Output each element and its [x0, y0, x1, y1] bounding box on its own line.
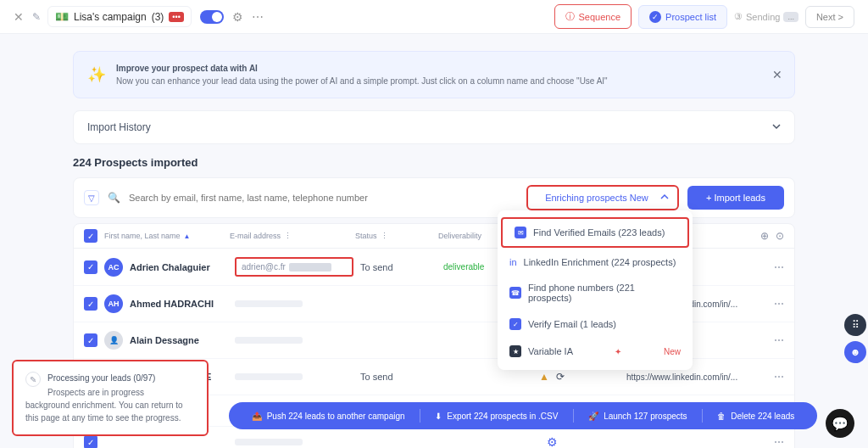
email-cell — [235, 373, 353, 380]
linkedin-link[interactable]: https://www.linkedin.com/in/... — [626, 372, 762, 382]
next-label: Next > — [816, 12, 843, 22]
campaign-name: Lisa's campaign — [74, 11, 147, 23]
row-more-icon[interactable]: ⋯ — [774, 371, 784, 383]
row-icons: ▲⟳ — [526, 371, 577, 383]
search-icon: 🔍 — [108, 192, 120, 204]
close-icon[interactable]: ✕ — [14, 10, 24, 24]
col-name[interactable]: First name, Last name ▲ — [104, 232, 223, 240]
help-fab[interactable]: ☻ — [844, 341, 866, 363]
processing-icon: ✎ — [25, 372, 41, 387]
row-more-icon[interactable]: ⋯ — [774, 298, 784, 310]
col-status[interactable]: Status ⋮ — [355, 232, 431, 240]
select-all-checkbox[interactable]: ✓ — [84, 229, 97, 243]
search-input[interactable] — [129, 193, 518, 203]
dropdown-find-emails[interactable]: ✉ Find Verified Emails (223 leads) — [501, 217, 689, 248]
import-history-accordion[interactable]: Import History — [73, 110, 795, 144]
row-more-icon[interactable]: ⋯ — [774, 334, 784, 346]
dropdown-phone[interactable]: ☎ Find phone numbers (221 prospects) — [498, 275, 693, 311]
campaign-count: (3) — [152, 11, 164, 23]
export-button[interactable]: ⬇ Export 224 prospects in .CSV — [435, 412, 558, 421]
row-checkbox[interactable]: ✓ — [84, 297, 97, 311]
row-icons: ⚙ — [526, 435, 577, 448]
banner-title: Improve your prospect data with AI — [116, 64, 258, 73]
processing-line1: Prospects are in progress — [25, 386, 195, 399]
enrich-dropdown-button[interactable]: Enriching prospects New — [526, 185, 679, 210]
status-cell: To send — [360, 372, 437, 382]
processing-card: ✎ Processing your leads (0/97) Prospects… — [12, 360, 209, 436]
row-more-icon[interactable]: ⋯ — [774, 261, 784, 273]
prospect-name[interactable]: Adrien Chalaguier — [130, 262, 228, 272]
dd-verify-label: Verify Email (1 leads) — [528, 319, 616, 329]
topbar-right: ⓘ Sequence ✓ Prospect list ③ Sending ...… — [554, 4, 854, 29]
dd-variable-label: Variable IA — [528, 346, 573, 356]
dropdown-variable[interactable]: ★ Variable IA ✦ New — [498, 338, 693, 365]
prospect-list-label: Prospect list — [665, 12, 716, 22]
prospect-name[interactable]: Alain Dessagne — [130, 335, 228, 345]
filter-icon[interactable]: ▽ — [84, 190, 99, 205]
processing-line2: background enrichment. You can return to — [25, 399, 195, 412]
col-name-label: First name, Last name — [104, 232, 181, 240]
col-email-label: E-mail address — [230, 232, 281, 240]
row-more-icon[interactable]: ⋯ — [774, 436, 784, 448]
warning-icon: ▲ — [539, 371, 549, 383]
apps-fab[interactable]: ⠿ — [844, 314, 866, 336]
email-cell — [235, 337, 353, 344]
gear-icon[interactable]: ⚙ — [232, 10, 243, 24]
campaign-chip[interactable]: 💵 Lisa's campaign (3) ••• — [47, 6, 192, 27]
sort-icon: ▲ — [184, 232, 191, 240]
more-icon[interactable]: ⋯ — [252, 10, 264, 24]
export-label: Export 224 prospects in .CSV — [447, 412, 558, 421]
add-column-icon[interactable]: ⊕ — [760, 230, 769, 242]
sending-label: Sending — [746, 12, 780, 22]
separator — [573, 409, 574, 423]
sparkle-icon: ✨ — [87, 65, 106, 84]
col-deliver-label: Deliverability — [438, 232, 481, 240]
row-checkbox[interactable]: ✓ — [84, 260, 97, 274]
delete-label: Delete 224 leads — [731, 412, 794, 421]
row-checkbox[interactable]: ✓ — [84, 435, 97, 448]
export-icon: ⬇ — [435, 412, 442, 421]
placeholder — [235, 439, 303, 445]
verify-icon: ✓ — [509, 318, 521, 330]
settings-column-icon[interactable]: ⊙ — [776, 230, 784, 242]
delete-button[interactable]: 🗑 Delete 224 leads — [717, 412, 794, 421]
sequence-button[interactable]: ⓘ Sequence — [554, 4, 632, 29]
chevron-down-icon — [772, 121, 781, 133]
push-leads-button[interactable]: 📤 Push 224 leads to another campaign — [252, 412, 405, 421]
money-icon: 💵 — [55, 10, 69, 23]
linkedin-icon: in — [509, 257, 517, 267]
dd-find-emails-label: Find Verified Emails (223 leads) — [533, 227, 665, 238]
email-cell — [235, 300, 353, 307]
banner-close-icon[interactable]: ✕ — [772, 68, 782, 81]
dropdown-verify[interactable]: ✓ Verify Email (1 leads) — [498, 311, 693, 338]
step-icon: ③ — [734, 11, 743, 22]
next-button[interactable]: Next > — [805, 6, 854, 28]
placeholder — [235, 300, 303, 307]
launch-label: Launch 127 prospects — [604, 412, 687, 421]
prospect-name[interactable]: Ahmed HADRACHI — [130, 299, 228, 309]
push-label: Push 224 leads to another campaign — [267, 412, 405, 421]
campaign-badge: ••• — [169, 12, 183, 22]
status-cell: To send — [360, 262, 437, 272]
phone-icon: ☎ — [509, 287, 521, 299]
chat-fab[interactable]: 💬 — [826, 409, 854, 438]
separator — [420, 409, 420, 423]
enrich-status-icon: ⚙ — [547, 435, 558, 448]
processing-line3: this page at any time to see the progres… — [25, 412, 195, 424]
col-status-label: Status — [355, 232, 377, 240]
col-email[interactable]: E-mail address ⋮ — [230, 232, 348, 240]
dropdown-linkedin[interactable]: in LinkedIn Enrichment (224 prospects) — [498, 249, 693, 275]
sending-badge: ... — [783, 12, 798, 22]
enrich-label: Enriching prospects New — [545, 193, 648, 203]
search-row: ▽ 🔍 Enriching prospects New + Import lea… — [73, 177, 795, 218]
prospect-list-button[interactable]: ✓ Prospect list — [638, 5, 727, 29]
campaign-toggle[interactable] — [200, 10, 224, 24]
refresh-icon[interactable]: ⟳ — [556, 371, 565, 383]
row-checkbox[interactable]: ✓ — [84, 333, 97, 347]
import-leads-button[interactable]: + Import leads — [687, 186, 784, 210]
launch-button[interactable]: 🚀 Launch 127 prospects — [588, 412, 687, 421]
placeholder — [235, 373, 303, 380]
email-text: adrien@c.fr — [242, 262, 286, 272]
topbar: ✕ ✎ 💵 Lisa's campaign (3) ••• ⚙ ⋯ ⓘ Sequ… — [0, 0, 868, 34]
dd-phone-label: Find phone numbers (221 prospects) — [528, 283, 681, 303]
